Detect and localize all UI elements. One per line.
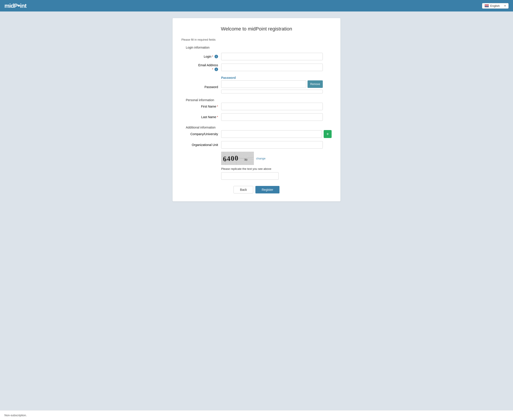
password-confirm-input[interactable] — [221, 90, 323, 93]
firstname-field-row: First Name * — [181, 103, 332, 110]
required-star-email: * — [212, 68, 213, 71]
company-field-row: Company/University + — [181, 130, 332, 138]
password-section-header[interactable]: Password — [221, 76, 332, 80]
svg-text:∞: ∞ — [244, 157, 248, 162]
language-label: English — [490, 4, 503, 8]
lastname-label: Last Name — [201, 115, 216, 119]
app-logo: midPint — [4, 2, 26, 9]
registration-card: Welcome to midPoint registration Please … — [173, 18, 340, 201]
password-input-group: Remove — [221, 80, 323, 93]
firstname-label-group: First Name * — [190, 105, 221, 108]
email-label-group: Email Address * i — [190, 63, 221, 71]
back-button[interactable]: Back — [234, 186, 253, 194]
section-additional-header: Additional information — [186, 126, 332, 129]
firstname-label: First Name — [201, 105, 216, 108]
lastname-field-row: Last Name * — [181, 113, 332, 121]
login-info-icon[interactable]: i — [214, 55, 218, 58]
required-star-firstname: * — [217, 105, 218, 108]
captcha-change-link[interactable]: change — [256, 157, 266, 160]
flag-icon — [484, 4, 489, 7]
orgunit-input[interactable] — [221, 141, 323, 149]
captcha-instruction: Please replicate the text you see above — [221, 167, 271, 171]
required-notice: Please fill in required fields — [181, 38, 332, 41]
email-field-row: Email Address * i — [181, 63, 332, 71]
lastname-label-group: Last Name * — [190, 115, 221, 119]
captcha-row: 6400 ∞ change — [221, 152, 266, 165]
required-star-login: * — [212, 55, 213, 58]
remove-password-button[interactable]: Remove — [307, 80, 323, 88]
email-label: Email Address — [198, 63, 218, 67]
login-field-row: Login * i — [181, 53, 332, 60]
main-content: Welcome to midPoint registration Please … — [0, 11, 513, 410]
login-label-group: Login * i — [190, 55, 221, 58]
app-footer: Non-subscription. — [0, 410, 513, 420]
chevron-down-icon: ▼ — [504, 5, 506, 7]
action-buttons: Back Register — [181, 186, 332, 194]
company-label: Company/University — [191, 132, 218, 136]
captcha-image: 6400 ∞ — [221, 152, 254, 165]
required-star-lastname: * — [217, 115, 218, 119]
password-label: Password — [205, 85, 218, 89]
language-selector[interactable]: English ▼ — [482, 3, 509, 9]
svg-text:6400: 6400 — [223, 154, 239, 163]
company-input[interactable] — [221, 130, 322, 138]
login-label: Login — [204, 55, 211, 58]
section-personal-header: Personal information — [186, 98, 332, 102]
register-button[interactable]: Register — [255, 186, 279, 194]
company-label-group: Company/University — [190, 132, 221, 136]
section-login-header: Login information — [186, 46, 332, 49]
orgunit-field-row: Organizational Unit — [181, 141, 332, 149]
add-company-button[interactable]: + — [324, 130, 332, 138]
password-input[interactable] — [221, 80, 306, 88]
captcha-svg: 6400 ∞ — [221, 152, 254, 165]
password-field-row: Password Remove — [181, 80, 332, 93]
firstname-input[interactable] — [221, 103, 323, 110]
captcha-input[interactable] — [221, 172, 279, 180]
email-input[interactable] — [221, 64, 323, 71]
orgunit-label: Organizational Unit — [192, 143, 218, 147]
footer-text: Non-subscription. — [4, 414, 27, 417]
captcha-area: 6400 ∞ change Please replicate the text … — [221, 152, 332, 180]
email-info-icon[interactable]: i — [214, 68, 218, 71]
login-input[interactable] — [221, 53, 323, 60]
password-label-group: Password — [190, 85, 221, 89]
lastname-input[interactable] — [221, 113, 323, 121]
password-top-row: Remove — [221, 80, 323, 88]
app-header: midPint English ▼ — [0, 0, 513, 11]
page-title: Welcome to midPoint registration — [181, 26, 332, 32]
orgunit-label-group: Organizational Unit — [190, 143, 221, 147]
